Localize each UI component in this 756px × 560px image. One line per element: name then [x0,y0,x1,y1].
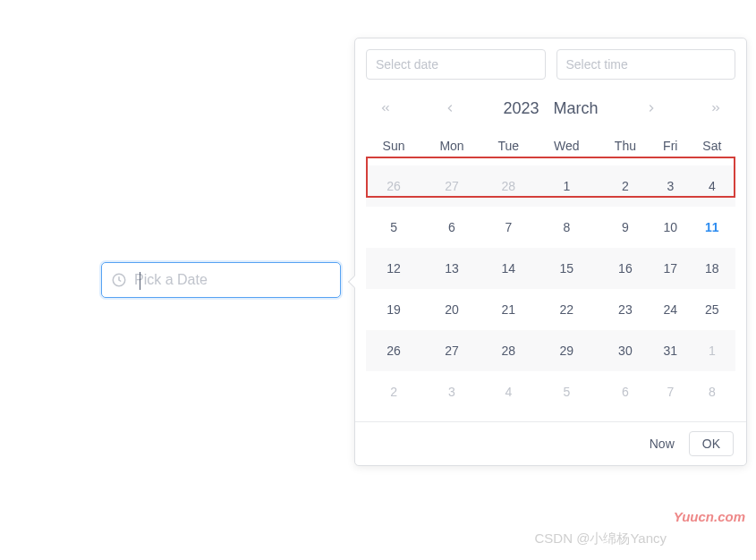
calendar-day-cell[interactable]: 16 [599,248,652,289]
calendar-day-cell[interactable]: 8 [535,207,599,248]
prev-year-button[interactable] [375,98,396,119]
calendar-nav: 2023 March [355,90,746,130]
calendar-day-cell[interactable]: 27 [421,330,482,371]
calendar-day-cell[interactable]: 22 [535,289,599,330]
select-date-input[interactable] [366,49,546,80]
calendar-day-cell[interactable]: 4 [482,371,535,412]
calendar-week-row[interactable]: 567891011 [366,207,735,248]
calendar-day-cell[interactable]: 4 [689,165,735,207]
calendar-week-row[interactable]: 2345678 [366,371,735,412]
weekday-header: Thu [599,130,652,165]
calendar-day-cell[interactable]: 7 [482,207,535,248]
calendar-week-row[interactable]: 19202122232425 [366,289,735,330]
calendar-day-cell[interactable]: 17 [652,248,689,289]
weekday-header: Tue [482,130,535,165]
calendar-day-cell[interactable]: 12 [366,248,421,289]
calendar-week-row[interactable]: 2627282930311 [366,330,735,371]
select-time-input[interactable] [556,49,736,80]
calendar-day-cell[interactable]: 28 [482,330,535,371]
calendar-day-cell[interactable]: 19 [366,289,421,330]
calendar-day-cell[interactable]: 10 [652,207,689,248]
calendar-grid: Sun Mon Tue Wed Thu Fri Sat 262728123456… [355,130,746,421]
calendar-day-cell[interactable]: 25 [689,289,735,330]
calendar-day-cell[interactable]: 26 [366,330,421,371]
calendar-day-cell[interactable]: 6 [421,207,482,248]
calendar-title: 2023 March [503,99,598,118]
now-button[interactable]: Now [650,437,675,451]
calendar-day-cell[interactable]: 11 [689,207,735,248]
weekday-header: Sat [689,130,735,165]
calendar-day-cell[interactable]: 15 [535,248,599,289]
calendar-day-cell[interactable]: 1 [689,330,735,371]
weekday-header: Mon [421,130,482,165]
text-cursor [140,272,140,290]
calendar-day-cell[interactable]: 7 [652,371,689,412]
calendar-day-cell[interactable]: 23 [599,289,652,330]
year-label[interactable]: 2023 [503,99,539,118]
calendar-day-cell[interactable]: 26 [366,165,421,207]
weekday-header: Wed [535,130,599,165]
popup-header [355,38,746,90]
weekday-header: Sun [366,130,421,165]
calendar-day-cell[interactable]: 18 [689,248,735,289]
calendar-week-row[interactable]: 2627281234 [366,165,735,207]
month-label[interactable]: March [554,99,599,118]
calendar-day-cell[interactable]: 6 [599,371,652,412]
date-picker-input[interactable] [134,272,331,288]
date-picker-input-wrapper[interactable] [101,262,341,298]
calendar-day-cell[interactable]: 5 [535,371,599,412]
calendar-day-cell[interactable]: 31 [652,330,689,371]
popup-footer: Now OK [355,421,746,465]
calendar-day-cell[interactable]: 8 [689,371,735,412]
watermark-author: CSDN @小绵杨Yancy [535,530,667,547]
prev-month-button[interactable] [439,98,461,119]
calendar-day-cell[interactable]: 1 [535,165,599,207]
calendar-day-cell[interactable]: 21 [482,289,535,330]
calendar-day-cell[interactable]: 29 [535,330,599,371]
calendar-day-cell[interactable]: 28 [482,165,535,207]
clock-icon [111,272,127,288]
calendar-day-cell[interactable]: 27 [421,165,482,207]
calendar-day-cell[interactable]: 3 [652,165,689,207]
ok-button[interactable]: OK [689,431,734,456]
calendar-day-cell[interactable]: 5 [366,207,421,248]
watermark-site: Yuucn.com [674,509,745,524]
calendar-day-cell[interactable]: 13 [421,248,482,289]
calendar-day-cell[interactable]: 20 [421,289,482,330]
calendar-week-row[interactable]: 12131415161718 [366,248,735,289]
calendar-day-cell[interactable]: 24 [652,289,689,330]
calendar-day-cell[interactable]: 30 [599,330,652,371]
weekday-header: Fri [652,130,689,165]
weekday-header-row: Sun Mon Tue Wed Thu Fri Sat [366,130,735,165]
next-year-button[interactable] [705,98,726,119]
calendar-day-cell[interactable]: 2 [599,165,652,207]
date-picker-popup: 2023 March Sun Mon Tue Wed Thu Fri Sat [354,38,747,466]
calendar-day-cell[interactable]: 14 [482,248,535,289]
calendar-day-cell[interactable]: 9 [599,207,652,248]
next-month-button[interactable] [641,98,662,119]
calendar-day-cell[interactable]: 2 [366,371,421,412]
calendar-day-cell[interactable]: 3 [421,371,482,412]
